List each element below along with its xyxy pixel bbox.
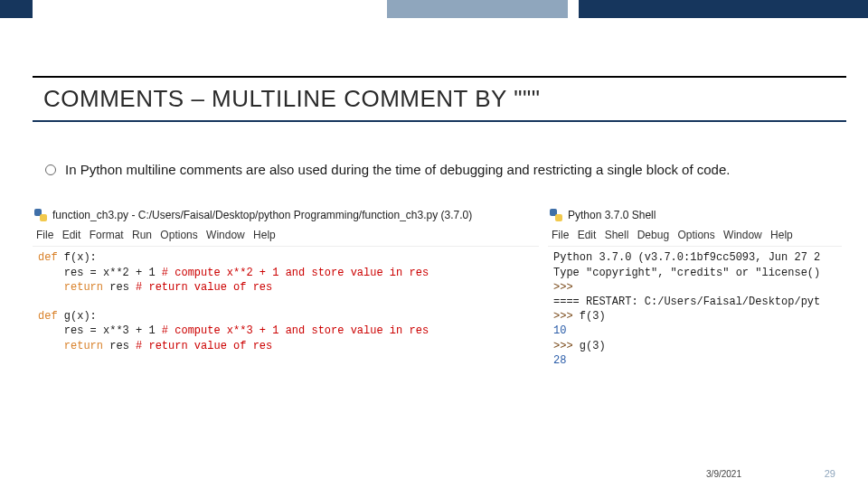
code: res = x**3 + 1	[38, 324, 162, 337]
code: res = x**2 + 1	[38, 267, 162, 279]
shell-input: f(3)	[580, 310, 606, 323]
keyword-def: def	[38, 310, 58, 323]
code: res	[103, 281, 136, 294]
indent	[38, 281, 64, 294]
window-title-text: Python 3.7.0 Shell	[568, 208, 656, 222]
code: res	[103, 340, 136, 352]
spacer	[33, 0, 387, 18]
shell-input: g(3)	[580, 340, 606, 352]
bullet-item: In Python multiline comments are also us…	[45, 161, 841, 179]
prompt: >>>	[553, 281, 580, 294]
title-band: COMMENTS – MULTILINE COMMENT BY """	[33, 76, 846, 122]
code-area: def f(x): res = x**2 + 1 # compute x**2 …	[33, 247, 539, 356]
python-icon	[34, 209, 47, 221]
keyword-def: def	[38, 251, 58, 264]
python-icon	[550, 209, 562, 221]
shell-line: Python 3.7.0 (v3.7.0:1bf9cc5093, Jun 27 …	[553, 251, 820, 264]
shell-line: ==== RESTART: C:/Users/Faisal/Desktop/py…	[553, 296, 820, 308]
footer-page-number: 29	[825, 468, 835, 479]
comment: # compute x**2 + 1 and store value in re…	[162, 267, 429, 279]
bullet-icon	[45, 164, 56, 175]
shell-area: Python 3.7.0 (v3.7.0:1bf9cc5093, Jun 27 …	[548, 247, 842, 371]
bullet-text: In Python multiline comments are also us…	[65, 161, 730, 179]
window-titlebar: function_ch3.py - C:/Users/Faisal/Deskto…	[33, 206, 539, 226]
accent-topbar	[0, 0, 868, 18]
python-shell-window: Python 3.7.0 Shell File Edit Shell Debug…	[548, 206, 842, 371]
keyword-return: return	[64, 340, 103, 352]
menu-bar: File Edit Shell Debug Options Window Hel…	[548, 226, 842, 247]
code: g(x):	[58, 310, 97, 323]
window-titlebar: Python 3.7.0 Shell	[548, 206, 842, 226]
spacer	[568, 0, 579, 18]
prompt: >>>	[553, 310, 580, 323]
menu-bar: File Edit Format Run Options Window Help	[33, 226, 539, 247]
code: f(x):	[58, 251, 97, 264]
window-title-text: function_ch3.py - C:/Users/Faisal/Deskto…	[52, 208, 472, 222]
idle-editor-window: function_ch3.py - C:/Users/Faisal/Deskto…	[33, 206, 539, 371]
comment: # return value of res	[136, 281, 272, 294]
screenshots-row: function_ch3.py - C:/Users/Faisal/Deskto…	[33, 206, 846, 371]
footer-date: 3/9/2021	[706, 469, 741, 479]
comment: # return value of res	[136, 340, 272, 352]
shell-output: 28	[553, 354, 566, 367]
shell-output: 10	[553, 324, 566, 337]
indent	[38, 340, 64, 352]
shell-line: Type "copyright", "credits" or "license(…	[553, 267, 820, 279]
keyword-return: return	[64, 281, 103, 294]
prompt: >>>	[553, 340, 580, 352]
accent-block-mid	[387, 0, 568, 18]
comment: # compute x**3 + 1 and store value in re…	[162, 324, 429, 337]
accent-block-left	[0, 0, 33, 18]
slide-title: COMMENTS – MULTILINE COMMENT BY """	[43, 85, 839, 113]
accent-block-right	[579, 0, 868, 18]
